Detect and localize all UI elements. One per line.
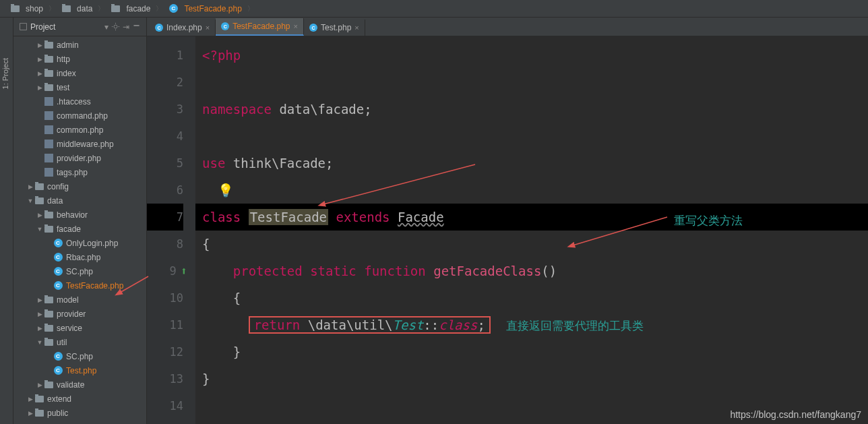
project-tree[interactable]: ▶admin▶http▶index▶test.htaccesscommand.p… <box>13 36 146 424</box>
svg-rect-2 <box>133 25 139 26</box>
tree-item[interactable]: ▶index <box>13 66 146 80</box>
tree-item[interactable]: ▶config <box>13 179 146 193</box>
line-number[interactable]: 9⬆ <box>147 258 183 284</box>
editor-tab[interactable]: CTestFacade.php× <box>216 18 304 36</box>
close-icon[interactable]: × <box>294 22 298 30</box>
expand-arrow-icon[interactable]: ▶ <box>36 297 43 303</box>
tree-item[interactable]: ▶extend <box>13 392 146 406</box>
tool-window-label: 1: Project <box>1 58 9 89</box>
tree-item[interactable]: ▶service <box>13 321 146 335</box>
folder-icon <box>43 295 54 305</box>
expand-arrow-icon[interactable]: ▶ <box>36 212 43 218</box>
tree-item-label: data <box>47 196 63 206</box>
close-icon[interactable]: × <box>206 24 210 32</box>
line-number[interactable]: 2 <box>147 69 183 96</box>
chevron-right-icon: 〉 <box>154 4 164 13</box>
code-content[interactable]: <?php namespace data\facade; use think\F… <box>195 36 868 424</box>
breadcrumb-item[interactable]: facade <box>106 3 154 14</box>
line-number[interactable]: 10 <box>147 284 183 311</box>
tree-item-label: tags.php <box>57 168 88 177</box>
tree-item-label: OnlyLogin.php <box>66 239 118 248</box>
line-number[interactable]: 4 <box>147 123 183 150</box>
code-token: () <box>541 264 557 278</box>
tree-item[interactable]: command.php <box>13 109 146 123</box>
line-number[interactable]: 3 <box>147 96 183 123</box>
tree-item[interactable]: ▼data <box>13 193 146 208</box>
folder-icon <box>43 337 54 348</box>
line-number[interactable]: 7 <box>147 204 183 231</box>
expand-arrow-icon[interactable]: ▶ <box>36 84 43 91</box>
tree-item[interactable]: ▶test <box>13 80 146 94</box>
dropdown-icon[interactable]: ▾ <box>104 22 108 32</box>
code-token: extends <box>328 210 398 224</box>
line-number[interactable]: 5 <box>147 150 183 177</box>
code-token: class <box>439 317 477 332</box>
tree-item[interactable]: ▶public <box>13 406 146 420</box>
code-token: function <box>364 264 433 278</box>
intention-bulb-icon[interactable]: 💡 <box>218 183 234 198</box>
line-number[interactable]: 14 <box>147 392 183 419</box>
breadcrumb-item[interactable]: data <box>57 3 96 14</box>
tree-item[interactable]: ▶behavior <box>13 208 146 222</box>
line-number[interactable]: 6 <box>147 177 183 204</box>
tree-item[interactable]: tags.php <box>13 165 146 179</box>
line-number[interactable]: 1 <box>147 42 183 69</box>
tree-item[interactable]: ▶admin <box>13 38 146 52</box>
line-number[interactable]: 8 <box>147 231 183 258</box>
tree-item[interactable]: ▶http <box>13 52 146 66</box>
code-token: <?php <box>202 48 241 63</box>
settings-icon[interactable] <box>111 22 120 31</box>
expand-arrow-icon[interactable]: ▼ <box>36 339 43 346</box>
line-gutter: 123456789⬆1011121314 <box>147 36 195 424</box>
tree-item-label: index <box>57 69 76 78</box>
tree-item[interactable]: CSC.php <box>13 264 146 278</box>
expand-arrow-icon[interactable]: ▶ <box>27 396 34 402</box>
tree-item[interactable]: CSC.php <box>13 349 146 363</box>
close-icon[interactable]: × <box>354 24 359 32</box>
expand-arrow-icon[interactable]: ▶ <box>36 70 43 77</box>
expand-arrow-icon[interactable]: ▶ <box>36 325 43 332</box>
collapse-icon[interactable]: ⇥ <box>123 22 129 32</box>
tree-item[interactable]: CTest.php <box>13 363 146 377</box>
override-marker-icon[interactable]: ⬆ <box>181 264 187 278</box>
expand-arrow-icon[interactable]: ▶ <box>36 311 43 317</box>
expand-arrow-icon[interactable]: ▶ <box>27 410 34 417</box>
breadcrumb-item[interactable]: shop <box>5 3 47 14</box>
tree-item[interactable]: CRbac.php <box>13 250 146 264</box>
tree-item[interactable]: ▼util <box>13 335 146 349</box>
tree-item[interactable]: provider.php <box>13 151 146 165</box>
line-number[interactable]: 11 <box>147 311 183 338</box>
tree-item-label: test <box>57 83 69 92</box>
tree-item[interactable]: ▶model <box>13 293 146 307</box>
editor-tab[interactable]: CIndex.php× <box>150 20 216 36</box>
expand-arrow-icon[interactable]: ▶ <box>36 56 43 63</box>
code-token: use <box>202 156 225 171</box>
tree-item[interactable]: ▶validate <box>13 377 146 392</box>
tree-item[interactable]: ▶provider <box>13 307 146 321</box>
expand-arrow-icon[interactable]: ▶ <box>36 42 43 49</box>
php-file-icon: C <box>155 24 163 32</box>
breadcrumb-item[interactable]: C TestFacade.php <box>164 3 245 14</box>
folder-icon <box>43 380 54 390</box>
php-file-icon: C <box>221 22 229 30</box>
editor-tab[interactable]: CTest.php× <box>304 20 365 36</box>
tree-item[interactable]: CTestFacade.php <box>13 278 146 293</box>
expand-arrow-icon[interactable]: ▶ <box>27 183 34 190</box>
tree-item[interactable]: .htaccess <box>13 94 146 109</box>
expand-arrow-icon[interactable]: ▼ <box>27 198 34 204</box>
hide-icon[interactable] <box>132 22 141 31</box>
expand-arrow-icon[interactable]: ▼ <box>36 226 43 233</box>
tree-item-label: provider.php <box>57 154 101 163</box>
line-number[interactable]: 13 <box>147 365 183 392</box>
code-editor[interactable]: 123456789⬆1011121314 <?php namespace dat… <box>147 36 868 424</box>
tree-item[interactable]: COnlyLogin.php <box>13 236 146 250</box>
tree-item[interactable]: ▼facade <box>13 222 146 236</box>
folder-icon <box>9 3 20 14</box>
tree-item-label: .htaccess <box>57 97 91 107</box>
expand-arrow-icon[interactable]: ▶ <box>36 382 43 388</box>
tool-window-tab[interactable]: 1: Project <box>0 18 13 424</box>
tree-item[interactable]: common.php <box>13 123 146 137</box>
line-number[interactable]: 12 <box>147 338 183 365</box>
folder-icon <box>43 54 54 65</box>
tree-item[interactable]: middleware.php <box>13 137 146 151</box>
